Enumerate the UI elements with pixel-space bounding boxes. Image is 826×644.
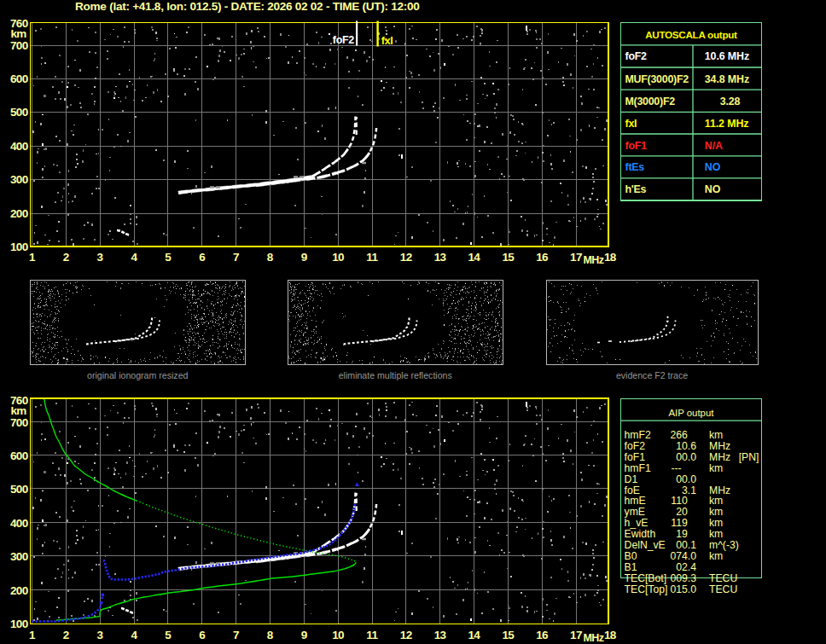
- svg-text:600: 600: [10, 73, 28, 85]
- svg-text:200: 200: [10, 207, 28, 220]
- svg-text:14: 14: [468, 251, 481, 264]
- svg-text:12: 12: [400, 251, 412, 264]
- svg-text:.0: .0: [688, 550, 696, 562]
- svg-text:[PN]: [PN]: [739, 451, 759, 463]
- svg-text:km: km: [709, 506, 723, 518]
- svg-text:TECU: TECU: [709, 583, 737, 595]
- svg-text:6: 6: [199, 251, 206, 264]
- svg-text:h_vE: h_vE: [625, 517, 649, 529]
- svg-text:015: 015: [670, 583, 688, 595]
- svg-text:4: 4: [131, 629, 137, 641]
- svg-text:foF2: foF2: [625, 440, 646, 452]
- svg-text:00: 00: [676, 451, 688, 463]
- svg-text:8: 8: [267, 251, 274, 264]
- svg-text:3: 3: [97, 251, 104, 264]
- svg-text:19: 19: [676, 528, 688, 540]
- svg-text:009: 009: [670, 572, 688, 584]
- svg-text:7: 7: [233, 629, 239, 641]
- svg-text:34.8 MHz: 34.8 MHz: [705, 73, 749, 85]
- svg-text:14: 14: [468, 629, 481, 641]
- svg-text:km: km: [709, 550, 723, 562]
- svg-text:MHz: MHz: [583, 254, 603, 266]
- svg-text:074: 074: [670, 550, 688, 562]
- svg-text:h'Es: h'Es: [625, 183, 647, 195]
- svg-text:100: 100: [10, 618, 28, 630]
- svg-text:km: km: [709, 462, 723, 474]
- svg-text:3: 3: [97, 629, 104, 641]
- svg-text:00: 00: [676, 539, 688, 551]
- svg-text:11.2 MHz: 11.2 MHz: [705, 118, 749, 130]
- svg-text:7: 7: [233, 251, 239, 264]
- svg-text:500: 500: [10, 106, 28, 119]
- svg-text:600: 600: [10, 450, 28, 462]
- svg-text:.3: .3: [688, 572, 696, 584]
- svg-text:1: 1: [29, 629, 36, 641]
- svg-text:foF1: foF1: [625, 140, 648, 152]
- svg-text:TEC[Top]: TEC[Top]: [625, 583, 668, 595]
- svg-text:MUF(3000)F2: MUF(3000)F2: [625, 73, 689, 85]
- svg-text:ymE: ymE: [625, 506, 645, 518]
- svg-text:400: 400: [10, 140, 28, 153]
- svg-text:Ewidth: Ewidth: [625, 528, 656, 540]
- svg-text:500: 500: [10, 483, 28, 496]
- svg-text:N/A: N/A: [705, 140, 723, 152]
- svg-text:9: 9: [301, 629, 307, 641]
- svg-text:266: 266: [670, 429, 688, 441]
- svg-text:1: 1: [29, 251, 36, 264]
- svg-text:foF2: foF2: [333, 34, 355, 46]
- svg-text:MHz: MHz: [709, 440, 730, 452]
- svg-text:15: 15: [502, 629, 515, 641]
- svg-text:evidence F2 trace: evidence F2 trace: [616, 370, 688, 380]
- svg-text:B0: B0: [625, 550, 637, 562]
- svg-text:M(3000)F2: M(3000)F2: [625, 96, 676, 107]
- svg-text:100: 100: [10, 241, 28, 253]
- svg-text:18: 18: [604, 251, 617, 264]
- svg-text:.0: .0: [688, 451, 696, 463]
- svg-text:ftEs: ftEs: [625, 161, 645, 173]
- svg-text:5: 5: [165, 251, 172, 264]
- svg-text:17: 17: [570, 629, 582, 641]
- svg-text:4: 4: [131, 251, 137, 264]
- svg-text:2: 2: [63, 251, 69, 264]
- svg-text:MHz: MHz: [583, 632, 603, 644]
- svg-text:original ionogram resized: original ionogram resized: [87, 370, 188, 380]
- svg-text:5: 5: [165, 629, 172, 641]
- svg-text:110: 110: [671, 495, 688, 507]
- svg-text:NO: NO: [705, 161, 721, 173]
- svg-text:.4: .4: [688, 561, 696, 573]
- svg-text:6: 6: [199, 629, 206, 641]
- svg-text:fxI: fxI: [381, 35, 393, 47]
- svg-text:20: 20: [676, 506, 688, 518]
- svg-text:D1: D1: [625, 473, 638, 485]
- svg-text:eliminate multiple reflections: eliminate multiple reflections: [339, 370, 452, 380]
- svg-text:200: 200: [10, 584, 28, 597]
- svg-text:400: 400: [10, 517, 28, 530]
- svg-text:300: 300: [10, 173, 28, 186]
- svg-text:MHz: MHz: [709, 484, 730, 496]
- svg-text:.1: .1: [688, 539, 696, 551]
- svg-text:.0: .0: [688, 473, 696, 485]
- svg-text:.0: .0: [688, 583, 696, 595]
- svg-text:fxI: fxI: [625, 118, 637, 130]
- svg-text:MHz: MHz: [709, 451, 730, 463]
- svg-text:10: 10: [332, 629, 344, 641]
- svg-text:10: 10: [332, 251, 344, 264]
- svg-text:00: 00: [676, 473, 688, 485]
- svg-text:700: 700: [10, 39, 28, 52]
- svg-text:hmF2: hmF2: [625, 429, 651, 441]
- svg-text:---: ---: [672, 462, 682, 474]
- svg-text:02: 02: [676, 561, 688, 573]
- svg-text:11: 11: [366, 251, 378, 264]
- svg-text:2: 2: [63, 629, 69, 641]
- svg-text:11: 11: [366, 629, 378, 641]
- svg-text:km: km: [709, 495, 723, 507]
- svg-text:km: km: [709, 429, 723, 441]
- svg-text:16: 16: [536, 629, 549, 641]
- svg-text:18: 18: [604, 629, 617, 641]
- svg-text:3.28: 3.28: [720, 96, 741, 107]
- svg-text:10: 10: [676, 440, 688, 452]
- svg-text:300: 300: [10, 550, 28, 563]
- svg-text:Rome (lat: +41.8, lon: 012.5): Rome (lat: +41.8, lon: 012.5) - DATE: 20…: [75, 0, 420, 13]
- svg-text:hmE: hmE: [625, 495, 646, 507]
- svg-text:AUTOSCALA output: AUTOSCALA output: [645, 29, 737, 40]
